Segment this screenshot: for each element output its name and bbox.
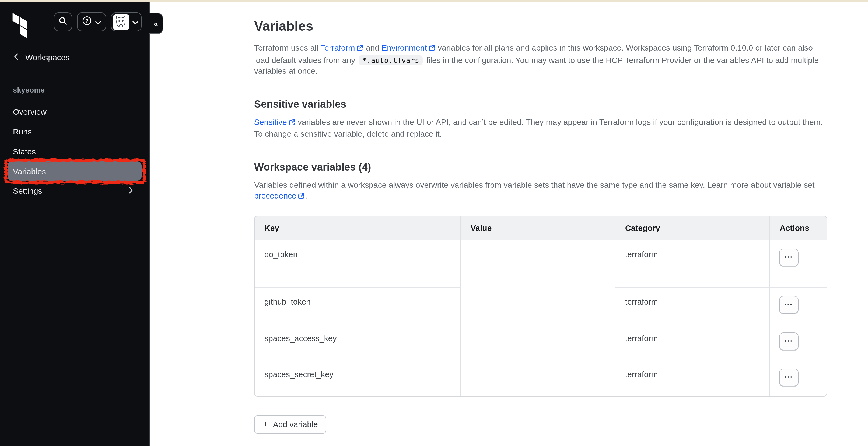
nav-item-label: Overview xyxy=(13,107,46,116)
table-row-actions: ••• xyxy=(770,287,827,324)
table-row-key: spaces_secret_key xyxy=(255,360,461,396)
svg-text:?: ? xyxy=(85,18,88,24)
external-link-icon xyxy=(298,192,305,203)
add-variable-label: Add variable xyxy=(273,420,318,429)
workspace-variables-heading: Workspace variables (4) xyxy=(254,161,868,173)
sidebar-item-overview[interactable]: Overview xyxy=(7,102,142,122)
table-row-key: github_token xyxy=(255,287,461,324)
sidebar-nav: Overview Runs States Variables xyxy=(0,102,149,201)
ellipsis-icon: ••• xyxy=(785,302,793,307)
nav-item-label: Variables xyxy=(13,167,46,176)
sidebar-header: ? xyxy=(0,2,149,44)
table-header-category: Category xyxy=(616,216,770,240)
sidebar: ? xyxy=(0,2,150,446)
table-row-actions: ••• xyxy=(770,360,827,396)
table-row-key: spaces_access_key xyxy=(255,324,461,360)
workspace-vars-text: Variables defined within a workspace alw… xyxy=(254,180,815,189)
table-row-category: terraform xyxy=(616,324,770,360)
search-icon xyxy=(59,16,67,27)
chevron-left-icon xyxy=(14,53,18,62)
sidebar-collapse-button[interactable]: « xyxy=(149,13,163,34)
row-actions-button[interactable]: ••• xyxy=(779,296,799,313)
table-row-value xyxy=(461,240,616,287)
help-icon: ? xyxy=(82,16,91,28)
table-row-actions: ••• xyxy=(770,324,827,360)
help-menu-button[interactable]: ? xyxy=(77,12,106,31)
collapse-sidebar-icon: « xyxy=(154,19,158,28)
sidebar-item-runs[interactable]: Runs xyxy=(7,122,142,141)
workspace-variables-table: Key Value Category Actions do_token terr… xyxy=(254,215,827,396)
terraform-logo-icon xyxy=(12,13,29,41)
ellipsis-icon: ••• xyxy=(785,339,793,344)
row-actions-button[interactable]: ••• xyxy=(779,332,799,350)
search-button[interactable] xyxy=(54,12,72,31)
table-row-category: terraform xyxy=(616,287,770,324)
terraform-cloud-app: ? xyxy=(0,0,868,446)
add-variable-button[interactable]: + Add variable xyxy=(254,415,327,433)
table-row-value xyxy=(461,360,616,396)
tfvars-code-chip: *.auto.tfvars xyxy=(359,55,423,65)
workspace-name-label: skysome xyxy=(13,86,149,94)
avatar xyxy=(113,14,129,30)
chevron-right-icon xyxy=(129,186,133,195)
environment-variables-link[interactable]: Environment xyxy=(381,43,427,52)
page-title: Variables xyxy=(254,18,868,34)
sidebar-item-settings[interactable]: Settings xyxy=(7,181,142,201)
table-header-key: Key xyxy=(255,216,461,240)
back-to-workspaces-link[interactable]: Workspaces xyxy=(0,50,149,64)
table-row-key: do_token xyxy=(255,240,461,287)
workspace-vars-text: . xyxy=(305,191,307,200)
sidebar-header-buttons: ? xyxy=(54,12,142,31)
terraform-variables-link[interactable]: Terraform xyxy=(320,43,355,52)
row-actions-button[interactable]: ••• xyxy=(779,368,799,386)
chevron-down-icon xyxy=(95,17,101,27)
nav-item-label: Runs xyxy=(13,127,32,136)
nav-item-label: Settings xyxy=(13,186,42,195)
nav-item-label: States xyxy=(13,147,36,156)
external-link-icon xyxy=(357,43,364,55)
sensitive-text: variables are never shown in the UI or A… xyxy=(254,117,823,138)
sensitive-variables-heading: Sensitive variables xyxy=(254,98,868,110)
sidebar-item-variables[interactable]: Variables xyxy=(7,161,142,181)
table-row-actions: ••• xyxy=(770,240,827,287)
sensitive-variables-paragraph: Sensitive variables are never shown in t… xyxy=(254,116,828,140)
precedence-link[interactable]: precedence xyxy=(254,191,297,200)
intro-text: and xyxy=(364,43,382,52)
table-row-value xyxy=(461,287,616,324)
external-link-icon xyxy=(289,117,296,129)
user-menu-button[interactable] xyxy=(111,12,142,31)
table-row-category: terraform xyxy=(616,360,770,396)
table-row-value xyxy=(461,324,616,360)
chevron-down-icon xyxy=(132,17,138,27)
back-link-label: Workspaces xyxy=(25,53,70,62)
sidebar-item-states[interactable]: States xyxy=(7,141,142,161)
variables-intro-paragraph: Terraform uses all Terraform and Environ… xyxy=(254,42,828,77)
workspace-variables-paragraph: Variables defined within a workspace alw… xyxy=(254,179,828,203)
table-header-value: Value xyxy=(461,216,616,240)
table-row-category: terraform xyxy=(616,240,770,287)
sensitive-link[interactable]: Sensitive xyxy=(254,117,287,126)
top-accent-strip xyxy=(0,0,868,2)
ellipsis-icon: ••• xyxy=(785,375,793,380)
external-link-icon xyxy=(429,43,436,55)
plus-icon: + xyxy=(263,419,268,428)
intro-text: Terraform uses all xyxy=(254,43,320,52)
main-content: Variables Terraform uses all Terraform a… xyxy=(151,2,868,446)
row-actions-button[interactable]: ••• xyxy=(779,248,799,266)
ellipsis-icon: ••• xyxy=(785,255,793,260)
table-header-actions: Actions xyxy=(770,216,827,240)
